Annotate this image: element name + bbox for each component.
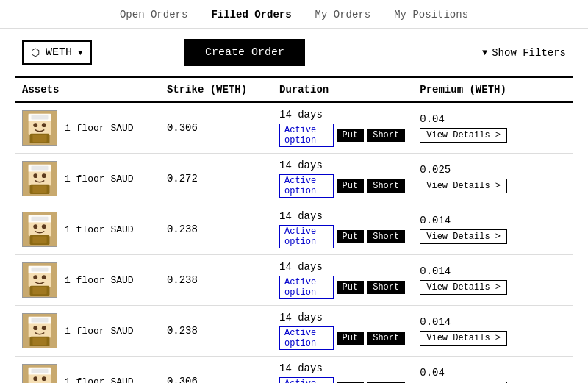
view-details-button[interactable]: View Details >	[420, 331, 507, 346]
table-row: 1 floor SAUD 0.306 14 days Active option…	[15, 102, 573, 154]
col-header-strike: Strike (WETH)	[159, 77, 272, 102]
col-header-premium: Premium (WETH)	[412, 77, 573, 102]
duration-cell: 14 days Active option Put Short	[272, 102, 412, 154]
active-option-badge: Active option	[279, 377, 334, 383]
strike-value: 0.272	[167, 173, 198, 185]
asset-cell: 1 floor SAUD	[15, 102, 159, 154]
svg-point-44	[33, 376, 37, 381]
active-option-badge: Active option	[279, 174, 334, 198]
duration-value: 14 days	[279, 312, 323, 323]
view-details-button[interactable]: View Details >	[420, 179, 507, 193]
put-button[interactable]: Put	[337, 230, 365, 243]
nft-thumbnail	[22, 110, 57, 146]
active-option-badge: Active option	[279, 225, 334, 248]
asset-label: 1 floor SAUD	[65, 326, 134, 337]
svg-rect-31	[32, 287, 46, 295]
nav-filled-orders[interactable]: Filled Orders	[211, 9, 291, 21]
svg-point-36	[33, 326, 37, 330]
create-order-button[interactable]: Create Order	[184, 39, 305, 66]
filter-icon: ▼	[482, 48, 487, 58]
asset-cell: 1 floor SAUD	[15, 357, 159, 384]
toolbar: ⬡ WETH ▼ Create Order ▼ Show Filters	[0, 29, 588, 76]
put-button[interactable]: Put	[337, 281, 365, 294]
svg-rect-23	[32, 237, 46, 244]
premium-cell: 0.014 View Details >	[412, 204, 573, 255]
strike-cell: 0.238	[159, 204, 272, 255]
view-details-button[interactable]: View Details >	[420, 128, 507, 143]
nav-my-orders[interactable]: My Orders	[315, 9, 371, 21]
svg-rect-35	[32, 318, 49, 323]
svg-rect-27	[32, 268, 49, 272]
col-header-duration: Duration	[272, 77, 412, 102]
top-navigation: Open Orders Filled Orders My Orders My P…	[0, 0, 588, 29]
orders-table: Assets Strike (WETH) Duration Premium (W…	[15, 76, 573, 383]
chevron-down-icon: ▼	[78, 49, 83, 57]
asset-cell: 1 floor SAUD	[15, 154, 159, 204]
asset-cell: 1 floor SAUD	[15, 255, 159, 306]
table-row: 1 floor SAUD 0.306 14 days Active option…	[15, 357, 573, 384]
orders-table-container: Assets Strike (WETH) Duration Premium (W…	[0, 76, 588, 383]
nav-open-orders[interactable]: Open Orders	[120, 9, 187, 21]
duration-cell: 14 days Active option Put Short	[272, 306, 412, 357]
token-selector[interactable]: ⬡ WETH ▼	[22, 40, 92, 65]
view-details-button[interactable]: View Details >	[420, 280, 507, 295]
svg-rect-19	[32, 217, 49, 221]
premium-value: 0.014	[420, 215, 451, 226]
svg-rect-11	[32, 166, 49, 171]
show-filters-button[interactable]: ▼ Show Filters	[482, 47, 566, 59]
duration-value: 14 days	[279, 160, 323, 171]
premium-cell: 0.025 View Details >	[412, 154, 573, 204]
svg-point-20	[33, 224, 37, 229]
put-button[interactable]: Put	[337, 179, 365, 193]
svg-point-37	[42, 326, 46, 330]
nft-thumbnail	[22, 262, 57, 298]
show-filters-label: Show Filters	[492, 47, 566, 59]
nft-thumbnail	[22, 313, 57, 348]
premium-value: 0.025	[420, 164, 451, 176]
nft-thumbnail	[22, 161, 57, 196]
strike-value: 0.238	[167, 325, 198, 337]
premium-cell: 0.04 View Details >	[412, 102, 573, 154]
premium-cell: 0.014 View Details >	[412, 255, 573, 306]
strike-value: 0.306	[167, 122, 198, 134]
svg-rect-3	[32, 115, 49, 120]
premium-value: 0.014	[420, 316, 451, 328]
svg-rect-7	[32, 135, 46, 143]
put-button[interactable]: Put	[337, 332, 365, 345]
short-button[interactable]: Short	[367, 332, 405, 345]
nft-thumbnail	[22, 364, 57, 383]
duration-value: 14 days	[279, 109, 323, 121]
duration-value: 14 days	[279, 261, 323, 273]
short-button[interactable]: Short	[367, 129, 405, 142]
active-option-badge: Active option	[279, 276, 334, 299]
duration-value: 14 days	[279, 210, 323, 222]
duration-cell: 14 days Active option Put Short	[272, 255, 412, 306]
table-row: 1 floor SAUD 0.238 14 days Active option…	[15, 204, 573, 255]
duration-cell: 14 days Active option Put Short	[272, 204, 412, 255]
asset-label: 1 floor SAUD	[65, 123, 134, 134]
premium-cell: 0.04 View Details >	[412, 357, 573, 384]
svg-point-12	[33, 173, 37, 178]
short-button[interactable]: Short	[367, 230, 405, 243]
asset-cell: 1 floor SAUD	[15, 306, 159, 357]
strike-value: 0.306	[167, 376, 198, 383]
view-details-button[interactable]: View Details >	[420, 229, 507, 244]
token-label: WETH	[46, 46, 72, 59]
svg-point-28	[33, 275, 37, 279]
table-row: 1 floor SAUD 0.272 14 days Active option…	[15, 154, 573, 204]
table-header-row: Assets Strike (WETH) Duration Premium (W…	[15, 77, 573, 102]
nav-my-positions[interactable]: My Positions	[394, 9, 468, 21]
svg-rect-15	[32, 186, 46, 193]
strike-value: 0.238	[167, 274, 198, 286]
short-button[interactable]: Short	[367, 281, 405, 294]
nft-thumbnail	[22, 212, 57, 247]
asset-label: 1 floor SAUD	[65, 275, 134, 286]
active-option-badge: Active option	[279, 326, 334, 350]
premium-cell: 0.014 View Details >	[412, 306, 573, 357]
premium-value: 0.04	[420, 113, 445, 125]
put-button[interactable]: Put	[337, 129, 365, 142]
strike-cell: 0.238	[159, 306, 272, 357]
short-button[interactable]: Short	[367, 179, 405, 193]
svg-point-45	[42, 376, 46, 381]
col-header-assets: Assets	[15, 77, 159, 102]
